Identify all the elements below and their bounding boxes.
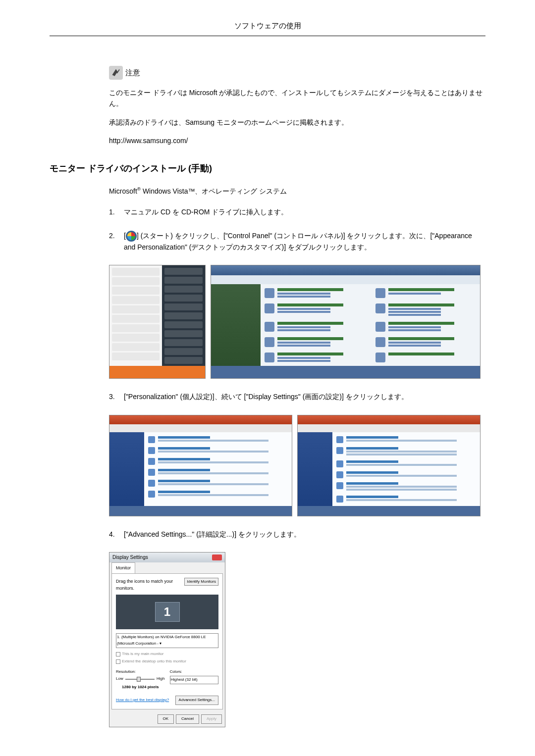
step-number: 4. — [109, 529, 124, 540]
resolution-slider[interactable] — [125, 679, 155, 680]
slider-high: High — [157, 676, 164, 682]
screenshot-personalization — [297, 415, 481, 516]
registered-mark: ® — [137, 186, 141, 192]
install-subheading: Microsoft® Windows Vista™、オペレーティング システム — [109, 185, 485, 197]
resolution-label: Resolution: — [116, 669, 165, 675]
step-3-text: ["Personalization" (個人設定)]、続いて ["Display… — [124, 391, 485, 402]
dialog-buttons: OK Cancel Apply — [109, 711, 225, 727]
screenshot-row-2 — [109, 415, 485, 516]
colors-label: Colors: — [170, 669, 219, 675]
step-4-text: ["Advanced Settings..." (詳細設定...)] をクリック… — [124, 529, 485, 540]
install-heading: モニター ドライバのインストール (手動) — [50, 161, 485, 176]
advanced-settings-button[interactable]: Advanced Settings... — [175, 696, 218, 705]
monitor-1[interactable]: 1 — [155, 602, 180, 622]
ms-suffix: Windows Vista™、オペレーティング システム — [141, 187, 287, 195]
display-settings-dialog: Display Settings Monitor Identify Monito… — [109, 552, 225, 727]
dialog-titlebar: Display Settings — [109, 553, 225, 562]
notice-url: http://www.samsung.com/ — [109, 135, 485, 146]
slider-low: Low — [116, 676, 123, 682]
help-link[interactable]: How do I get the best display? — [116, 697, 169, 704]
notice-label: 注意 — [125, 67, 140, 79]
checkbox-extend[interactable] — [116, 659, 120, 664]
monitor-preview: 1 — [116, 595, 218, 629]
close-icon[interactable] — [212, 554, 222, 560]
notice-body-2: 承認済みのドライバは、Samsung モニターのホームページに掲載されます。 — [109, 117, 485, 128]
dialog-body: Identify Monitors Drag the icons to matc… — [111, 573, 223, 709]
checkbox-extend-label: Extend the desktop onto this monitor — [122, 658, 186, 665]
screenshot-control-panel — [211, 265, 481, 379]
checkbox-main-label: This is my main monitor — [122, 651, 163, 657]
steps-list-cont: 3. ["Personalization" (個人設定)]、続いて ["Disp… — [109, 391, 485, 402]
step-4: 4. ["Advanced Settings..." (詳細設定...)] をク… — [109, 529, 485, 540]
windows-start-icon — [126, 231, 137, 242]
apply-button[interactable]: Apply — [201, 714, 222, 724]
page-header: ソフトウェアの使用 — [50, 20, 485, 36]
main-monitor-checkbox-row: This is my main monitor — [116, 651, 218, 657]
notice-icon — [109, 66, 123, 80]
step-2-text: [] (スタート) をクリックし、["Control Panel" (コントロー… — [124, 230, 485, 253]
step-number: 2. — [109, 230, 124, 253]
step-number: 1. — [109, 206, 124, 217]
cancel-button[interactable]: Cancel — [176, 714, 199, 724]
colors-select[interactable]: Highest (32 bit) — [170, 676, 219, 684]
notice-body-1: このモニター ドライバは Microsoft が承認したもので、インストールして… — [109, 87, 485, 109]
notice-heading: 注意 — [109, 66, 485, 80]
step-3: 3. ["Personalization" (個人設定)]、続いて ["Disp… — [109, 391, 485, 402]
ms-prefix: Microsoft — [109, 187, 137, 195]
step-number: 3. — [109, 391, 124, 402]
resolution-value: 1280 by 1024 pixels — [116, 684, 165, 691]
step-2: 2. [] (スタート) をクリックし、["Control Panel" (コン… — [109, 230, 485, 253]
screenshot-row-1 — [109, 265, 485, 379]
screenshot-start-menu — [109, 265, 206, 379]
extend-checkbox-row: Extend the desktop onto this monitor — [116, 658, 218, 665]
monitor-tab[interactable]: Monitor — [111, 562, 135, 573]
step-1: 1. マニュアル CD を CD-ROM ドライブに挿入します。 — [109, 206, 485, 217]
steps-list-cont2: 4. ["Advanced Settings..." (詳細設定...)] をク… — [109, 529, 485, 540]
steps-list: 1. マニュアル CD を CD-ROM ドライブに挿入します。 2. [] (… — [109, 206, 485, 252]
step2-after: ] (スタート) をクリックし、["Control Panel" (コントロール… — [124, 232, 472, 251]
identify-monitors-button[interactable]: Identify Monitors — [184, 578, 218, 586]
screenshot-appearance — [109, 415, 292, 516]
dialog-title: Display Settings — [112, 554, 148, 561]
monitor-select[interactable]: 1. (Multiple Monitors) on NVIDIA GeForce… — [116, 633, 218, 648]
step-1-text: マニュアル CD を CD-ROM ドライブに挿入します。 — [124, 206, 485, 217]
ok-button[interactable]: OK — [158, 714, 174, 724]
checkbox-main[interactable] — [116, 652, 120, 656]
